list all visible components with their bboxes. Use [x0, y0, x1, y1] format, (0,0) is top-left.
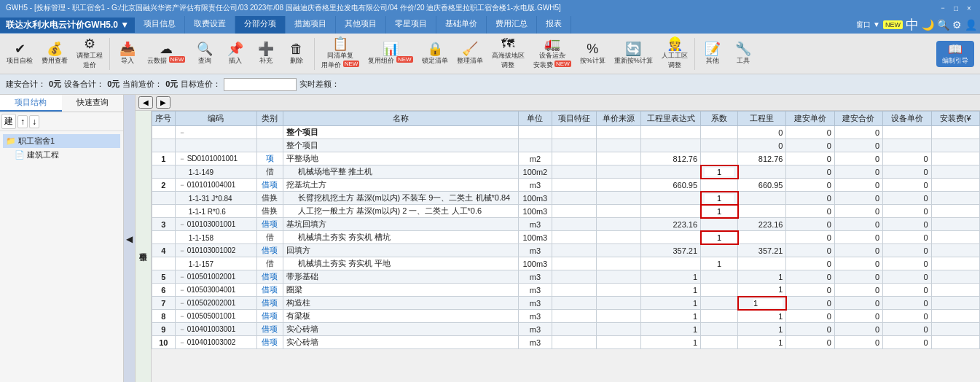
col-expr: 工程里表达式 [641, 112, 701, 126]
col-install-fee: 安装费(¥ [931, 112, 979, 126]
cloud-data-btn[interactable]: ☁ 云数据 NEW [144, 40, 189, 68]
settings-icon[interactable]: ⚙ [952, 19, 962, 31]
altitude-adjust-btn[interactable]: 🗺 高海拔地区调整 [488, 35, 528, 72]
other-btn[interactable]: 📝 其他 [698, 40, 727, 68]
nav-tab-other-items[interactable]: 其他项目 [336, 16, 386, 34]
recalc-percent-btn[interactable]: 🔄 重新按%计算 [611, 40, 656, 68]
insert-btn[interactable]: 📌 插入 [221, 40, 250, 68]
table-row: 8 －010505001001 借项 有梁板 m3 1 1 0 0 0 [152, 310, 980, 323]
fee-view-btn[interactable]: 💰 费用查看 [38, 40, 71, 68]
close-btn[interactable]: × [964, 3, 974, 13]
user-icon[interactable]: 👤 [965, 19, 977, 31]
row-num-cell: 6 [152, 284, 176, 297]
zh-icon[interactable]: 中 [906, 16, 919, 34]
unit-cell: m3 [518, 336, 552, 349]
expr-cell [641, 192, 701, 205]
tree-item-dormitory[interactable]: 📁 职工宿舍1 [3, 134, 120, 148]
percent-calc-btn[interactable]: % 按%计算 [576, 40, 609, 68]
nav-next-btn[interactable]: ▶ [156, 96, 170, 109]
sidebar-up-btn[interactable]: ↑ [17, 115, 28, 128]
coeff-cell[interactable] [701, 165, 738, 179]
nav-tab-measures[interactable]: 措施项目 [286, 16, 336, 34]
expand-icon[interactable]: － [179, 312, 186, 320]
nav-tab-fee-settings[interactable]: 取费设置 [185, 16, 235, 34]
category-cell: 项 [256, 152, 283, 165]
sidebar-tab-project-structure[interactable]: 项目结构 [0, 95, 62, 112]
table-row: 7 －010502002001 借项 构造柱 m3 1 0 0 0 [152, 297, 980, 310]
tree-item-construction[interactable]: 📄 建筑工程 [3, 148, 120, 162]
equip-price-cell: 0 [883, 323, 931, 336]
qty-cell: 223.16 [738, 218, 786, 231]
tools-btn[interactable]: 🔧 工具 [729, 40, 758, 68]
reuse-price-icon: 📊 [383, 42, 399, 55]
search-top-icon[interactable]: 🔍 [937, 19, 949, 31]
target-cost-input[interactable] [224, 78, 297, 91]
nav-tab-project-info[interactable]: 项目信息 [135, 16, 185, 34]
expand-icon[interactable]: － [179, 325, 186, 333]
equip-freight-btn[interactable]: 🚛 设备运杂安装费 NEW [530, 35, 575, 72]
table-cell [641, 126, 701, 139]
sidebar-down-btn[interactable]: ↓ [29, 115, 39, 128]
nav-tab-base-price[interactable]: 基础单价 [436, 16, 487, 34]
divider2 [314, 38, 315, 70]
coeff-cell[interactable] [701, 205, 738, 218]
delete-btn[interactable]: 🗑 删除 [282, 40, 311, 68]
name-cell: 人工挖一般土方 基深(m以内) 2 一、二类土 人工*0.6 [283, 205, 518, 218]
organize-list-btn[interactable]: 🧹 整理清单 [453, 40, 487, 68]
nav-prev-btn[interactable]: ◀ [138, 96, 153, 109]
expand-icon[interactable]: － [179, 155, 186, 163]
expand-icon[interactable]: － [179, 273, 186, 281]
expand-icon[interactable]: － [179, 338, 186, 346]
col-feature: 项目特征 [552, 112, 596, 126]
reuse-price-btn[interactable]: 📊 复用组价 NEW [364, 40, 416, 68]
maximize-btn[interactable]: □ [951, 3, 961, 13]
sidebar-tab-quick-query[interactable]: 快速查询 [62, 95, 124, 112]
name-cell: 回填方 [283, 244, 518, 257]
unit-cell: 100m3 [518, 257, 552, 270]
nav-tab-sections[interactable]: 分部分项 [235, 16, 286, 34]
code-cell: －010401003001 [175, 323, 256, 336]
self-check-btn[interactable]: ✔ 项目自检 [3, 40, 36, 68]
adjust-cost-btn[interactable]: ⚙ 调整工程造价 [73, 35, 106, 72]
coeff-cell[interactable] [701, 231, 738, 244]
moon-icon[interactable]: 🌙 [922, 19, 934, 31]
content-toolbar: ◀ ▶ [136, 95, 980, 111]
labor-adjust-btn[interactable]: 👷 人工工区调整 [658, 35, 691, 72]
expand-icon[interactable]: － [179, 181, 186, 189]
sidebar-add-btn[interactable]: 建 [1, 114, 16, 129]
qty-cell[interactable] [738, 297, 786, 310]
source-cell [597, 284, 641, 297]
col-unit: 单位 [518, 112, 552, 126]
nav-tab-misc[interactable]: 零星项目 [386, 16, 436, 34]
query-btn[interactable]: 🔍 查询 [190, 40, 219, 68]
expand-icon[interactable]: － [179, 286, 186, 294]
lock-list-btn[interactable]: 🔒 锁定清单 [418, 40, 452, 68]
unit-cell: m3 [518, 310, 552, 323]
table-row: 整个项目 0 0 0 [152, 139, 980, 152]
expand-icon[interactable]: － [179, 220, 186, 228]
sidebar-collapse-btn[interactable]: ◀ [124, 95, 136, 382]
import-btn[interactable]: 📥 导入 [113, 40, 142, 68]
guide-btn[interactable]: 📖 编制引导 [936, 41, 974, 67]
code-cell: 1-1-158 [175, 231, 256, 244]
source-cell [597, 165, 641, 179]
install-fee-cell [931, 152, 979, 165]
reuse-list-icon: 📋 [332, 37, 348, 50]
expand-icon[interactable]: － [179, 246, 186, 254]
expand-icon[interactable]: － [179, 299, 186, 307]
coeff-cell[interactable] [701, 192, 738, 205]
unit-price-cell: 0 [786, 231, 834, 244]
minimize-btn[interactable]: － [938, 3, 948, 13]
col-unit-price: 建安单价 [786, 112, 834, 126]
equip-price-cell: 0 [883, 231, 931, 244]
supplement-btn[interactable]: ➕ 补充 [251, 40, 281, 68]
row-num-cell: 8 [152, 310, 176, 323]
nav-tab-fee-summary[interactable]: 费用汇总 [487, 16, 537, 34]
reuse-list-btn[interactable]: 📋 同清单复用单价 NEW [318, 35, 363, 72]
feature-cell [552, 323, 596, 336]
row-num-cell: 7 [152, 297, 176, 310]
window-menu[interactable]: 窗口 ▼ [856, 20, 880, 30]
code-cell: 1-1-31 J*0.84 [175, 192, 256, 205]
nav-tab-report[interactable]: 报表 [537, 16, 571, 34]
category-cell: 借换 [256, 205, 283, 218]
